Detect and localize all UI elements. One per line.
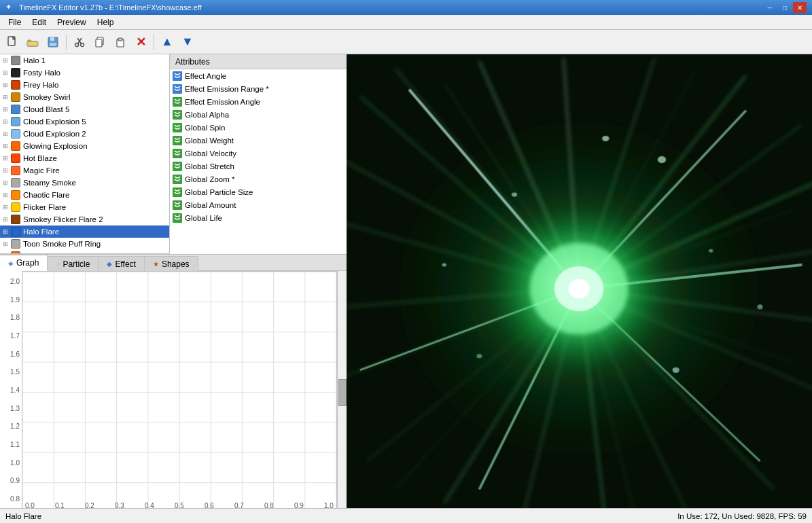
effect-item-6[interactable]: ⊞Cloud Explosion 2 [0, 128, 169, 140]
effect-name-12: Flicker Flare [23, 203, 66, 211]
attr-item-11[interactable]: Global Life [170, 211, 347, 224]
effect-name-8: Hot Blaze [23, 154, 57, 162]
close-button[interactable]: ✕ [793, 2, 807, 13]
copy-button[interactable] [90, 33, 109, 52]
effect-item-7[interactable]: ⊞Glowing Explosion [0, 140, 169, 152]
attr-name-1: Effect Emission Range * [185, 85, 269, 93]
effect-item-12[interactable]: ⊞Flicker Flare [0, 201, 169, 213]
new-button[interactable] [3, 33, 22, 52]
effect-item-13[interactable]: ⊞Smokey Flicker Flare 2 [0, 213, 169, 226]
attr-item-7[interactable]: Global Stretch [170, 160, 347, 173]
attr-name-8: Global Zoom * [185, 175, 235, 183]
effect-item-14[interactable]: ⊞Halo Flare [0, 226, 169, 238]
attr-item-4[interactable]: Global Spin [170, 121, 347, 134]
attr-icon-9 [173, 187, 182, 197]
attr-icon-7 [173, 162, 182, 171]
effect-item-2[interactable]: ⊞Firey Halo [0, 79, 169, 91]
menu-help[interactable]: Help [92, 16, 120, 29]
effect-thumb-2 [11, 80, 20, 90]
effect-item-15[interactable]: ⊞Toon Smoke Puff Ring [0, 238, 169, 250]
graph-vscroll[interactable] [337, 271, 347, 513]
effect-item-9[interactable]: ⊞Magic Fire [0, 164, 169, 177]
effect-name-3: Smokey Swirl [23, 93, 71, 101]
effect-list[interactable]: ⊞Halo 1⊞Fosty Halo⊞Firey Halo⊞Smokey Swi… [0, 54, 169, 254]
expand-icon-13: ⊞ [3, 216, 10, 223]
tab-label-0: Graph [16, 258, 39, 268]
menu-preview[interactable]: Preview [52, 16, 92, 29]
attr-item-5[interactable]: Global Weight [170, 134, 347, 147]
effect-item-3[interactable]: ⊞Smokey Swirl [0, 91, 169, 103]
window-title: TimelineFX Editor v1.27b - E:\TimelineFX… [19, 3, 763, 12]
svg-point-73 [568, 279, 589, 299]
effect-item-1[interactable]: ⊞Fosty Halo [0, 67, 169, 79]
open-button[interactable] [23, 33, 42, 52]
save-button[interactable] [43, 33, 63, 52]
effect-name-7: Glowing Explosion [23, 142, 88, 150]
graph-area: 2.01.91.81.71.61.51.41.31.21.11.00.90.8 … [0, 271, 347, 513]
attr-name-7: Global Stretch [185, 162, 234, 170]
y-label: 1.1 [0, 441, 20, 448]
effect-name-15: Toon Smoke Puff Ring [23, 240, 101, 248]
tab-icon-2: ◆ [107, 260, 112, 268]
tab-shapes[interactable]: ★Shapes [145, 256, 198, 271]
menu-edit[interactable]: Edit [27, 16, 52, 29]
effect-thumb-1 [11, 68, 20, 77]
effect-thumb-0 [11, 56, 20, 65]
effect-name-4: Cloud Blast 5 [23, 105, 69, 113]
effect-thumb-15 [11, 239, 20, 249]
move-up-button[interactable]: ▲ [158, 33, 177, 52]
attr-item-1[interactable]: Effect Emission Range * [170, 82, 347, 95]
menu-file[interactable]: File [3, 16, 27, 29]
minimize-button[interactable]: ─ [763, 2, 777, 13]
attr-icon-10 [173, 200, 182, 210]
effect-item-10[interactable]: ⊞Steamy Smoke [0, 177, 169, 189]
attr-name-2: Effect Emission Angle [185, 98, 260, 106]
effect-item-16[interactable]: ⊞Toon Explosion 2 [0, 250, 169, 254]
svg-rect-14 [118, 38, 122, 41]
effect-item-5[interactable]: ⊞Cloud Explosion 5 [0, 115, 169, 128]
attr-icon-3 [173, 110, 182, 120]
attr-item-10[interactable]: Global Amount [170, 198, 347, 211]
effect-item-8[interactable]: ⊞Hot Blaze [0, 152, 169, 164]
effect-item-4[interactable]: ⊞Cloud Blast 5 [0, 103, 169, 115]
effect-name-6: Cloud Explosion 2 [23, 130, 86, 138]
tab-label-2: Effect [115, 259, 135, 269]
expand-icon-15: ⊞ [3, 240, 10, 247]
attr-item-8[interactable]: Global Zoom * [170, 173, 347, 185]
effect-name-16: Toon Explosion 2 [23, 252, 83, 254]
effect-thumb-13 [11, 215, 20, 224]
delete-button[interactable]: ✕ [131, 33, 150, 52]
app: ✦ TimelineFX Editor v1.27b - E:\Timeline… [0, 0, 812, 523]
svg-point-81 [757, 304, 762, 309]
graph-grid-container[interactable]: 0.00.10.20.30.40.50.60.70.80.91.0 [22, 271, 337, 513]
attr-item-6[interactable]: Global Velocity [170, 147, 347, 160]
move-down-button[interactable]: ▼ [178, 33, 197, 52]
effect-item-0[interactable]: ⊞Halo 1 [0, 54, 169, 67]
attr-item-3[interactable]: Global Alpha [170, 108, 347, 121]
attr-item-0[interactable]: Effect Angle [170, 69, 347, 82]
attr-item-9[interactable]: Global Particle Size [170, 185, 347, 198]
attr-icon-5 [173, 136, 182, 145]
tab-particle[interactable]: ○Particle [48, 256, 99, 271]
y-label: 0.9 [0, 477, 20, 484]
tab-label-1: Particle [63, 259, 90, 269]
status-bar: Halo Flare In Use: 172, Un Used: 9828, F… [0, 508, 812, 523]
effect-item-11[interactable]: ⊞Chaotic Flare [0, 189, 169, 201]
paste-button[interactable] [111, 33, 130, 52]
attr-name-4: Global Spin [185, 124, 225, 132]
cut-button[interactable] [70, 33, 89, 52]
toolbar-sep-1 [66, 35, 67, 50]
maximize-button[interactable]: □ [778, 2, 792, 13]
expand-icon-16: ⊞ [3, 253, 10, 254]
effect-list-panel: ⊞Halo 1⊞Fosty Halo⊞Firey Halo⊞Smokey Swi… [0, 54, 170, 254]
expand-icon-6: ⊞ [3, 130, 10, 137]
expand-icon-8: ⊞ [3, 155, 10, 162]
expand-icon-11: ⊞ [3, 192, 10, 198]
tab-graph[interactable]: ◈Graph [0, 255, 48, 271]
attr-list[interactable]: Effect AngleEffect Emission Range *Effec… [170, 69, 347, 254]
attr-header-label: Attributes [175, 57, 210, 67]
attr-name-3: Global Alpha [185, 111, 229, 119]
performance-stats: In Use: 172, Un Used: 9828, FPS: 59 [677, 512, 807, 520]
tab-effect[interactable]: ◆Effect [99, 256, 144, 271]
attr-item-2[interactable]: Effect Emission Angle [170, 95, 347, 108]
